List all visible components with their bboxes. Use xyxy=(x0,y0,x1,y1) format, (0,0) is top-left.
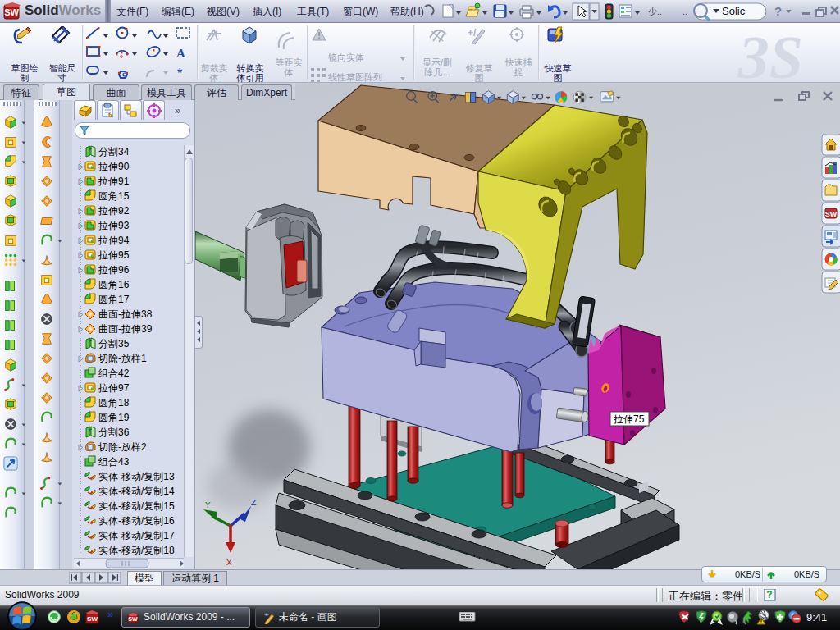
svg-text:*: * xyxy=(177,66,182,80)
svg-text:Z: Z xyxy=(251,498,257,508)
svg-text:Solic: Solic xyxy=(722,5,746,17)
svg-text:SW: SW xyxy=(128,616,138,622)
svg-text:X: X xyxy=(226,558,232,568)
svg-text:?: ? xyxy=(774,4,782,18)
svg-text:!: ! xyxy=(760,619,762,624)
svg-text:?: ? xyxy=(766,589,772,600)
svg-text:SW: SW xyxy=(87,615,98,623)
svg-text:+/: +/ xyxy=(468,27,477,39)
svg-text:Y: Y xyxy=(205,500,211,510)
svg-text:拉伸75: 拉伸75 xyxy=(613,413,645,425)
svg-text:!: ! xyxy=(317,30,321,40)
svg-text:A: A xyxy=(176,47,185,60)
svg-text:少..: 少.. xyxy=(648,7,662,16)
svg-text:SW: SW xyxy=(4,7,19,17)
svg-text:SW: SW xyxy=(825,210,838,218)
svg-text:..: .. xyxy=(682,7,687,16)
